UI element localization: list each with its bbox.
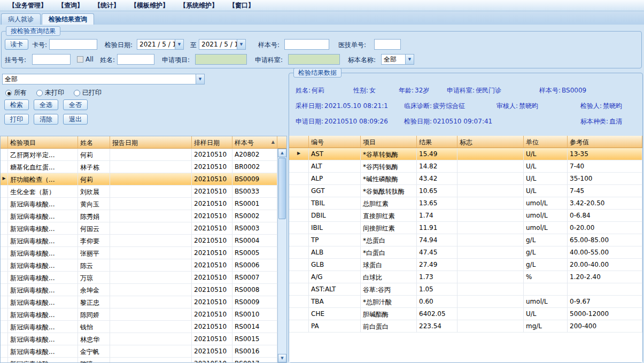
radio-option[interactable]: 已打印 (74, 88, 102, 97)
table-row[interactable]: 新冠病毒核酸...陈同娇20210510RS0010 (1, 308, 277, 321)
all-checkbox[interactable] (77, 56, 83, 63)
table-row[interactable]: 新冠病毒核酸...张丽平20210510RS0005 (1, 247, 277, 259)
menu-item[interactable]: 【业务管理】 (3, 0, 52, 11)
column-header[interactable]: 编号 (309, 136, 361, 148)
apply-item-input[interactable] (195, 54, 247, 65)
scrollbar-thumb[interactable] (278, 158, 286, 219)
table-row[interactable]: TBIL总胆红素13.65umol/L3.42-20.50 (289, 197, 642, 210)
specimen-name-combo[interactable]: 全部 ▼ (381, 54, 414, 65)
left-table-scrollbar[interactable]: ▲ ▼ (277, 149, 286, 362)
reg-no-input[interactable] (32, 54, 71, 65)
cell-item: 糖基化血红蛋... (8, 161, 78, 173)
table-row[interactable]: DBIL直接胆红素1.74umol/L0-6.84 (289, 210, 642, 222)
table-row[interactable]: TBA*总胆汁酸0.60umol/L0-9.67 (289, 296, 642, 308)
cell-report_date (110, 321, 192, 333)
radio-option[interactable]: 未打印 (36, 88, 64, 97)
medtech-no-input[interactable] (374, 39, 401, 50)
column-header[interactable]: 单位 (524, 136, 568, 148)
table-row[interactable]: 新冠病毒核酸...陈璋20210510RS0017 (1, 358, 277, 363)
table-row[interactable]: 新冠病毒核酸...何国云20210510RS0003 (1, 222, 277, 235)
sample-no-input[interactable] (284, 39, 329, 50)
table-row[interactable]: CHE胆碱酯酶6402.05U/L5000-12000 (289, 308, 642, 320)
row-indicator (1, 345, 8, 358)
table-row[interactable]: 糖基化血红蛋...林子栋20210510BR0002 (1, 161, 277, 173)
print-button[interactable]: 打印 (4, 114, 29, 125)
table-row[interactable]: 新冠病毒核酸...黎正忠20210510RS0009 (1, 296, 277, 308)
cell-code: ALP (309, 173, 361, 185)
column-header[interactable]: 样本号▲ (232, 136, 277, 149)
table-row[interactable]: 新冠病毒核酸...万琼20210510RS0007 (1, 272, 277, 284)
cell-flag (457, 296, 524, 308)
tab-item[interactable]: 病人就诊 (1, 13, 41, 25)
scroll-down-icon[interactable]: ▼ (278, 354, 286, 362)
chevron-down-icon[interactable]: ▼ (196, 74, 204, 84)
cell-range: 35-100 (568, 173, 642, 185)
table-row[interactable]: 新冠病毒核酸...黄向玉20210510RS0001 (1, 198, 277, 210)
menu-item[interactable]: 【查询】 (52, 0, 89, 11)
menu-item[interactable]: 【系统维护】 (174, 0, 223, 11)
table-row[interactable]: 新冠病毒核酸...余坤金20210510RS0008 (1, 284, 277, 296)
exit-button[interactable]: 退出 (63, 114, 88, 125)
chevron-down-icon[interactable]: ▼ (237, 40, 245, 49)
table-row[interactable]: 新冠病毒核酸...金宁帆20210510RS0016 (1, 345, 277, 358)
column-header[interactable]: 检验项目 (8, 136, 78, 149)
tab-item[interactable]: 检验结果查询 (42, 13, 94, 25)
table-row[interactable]: TP*总蛋白74.94g/L65.00-85.00 (289, 234, 642, 246)
search-button[interactable]: 检索 (4, 99, 29, 110)
table-row[interactable]: AST:ALT谷草:谷丙1.05 (289, 283, 642, 296)
menu-item[interactable]: 【统计】 (89, 0, 125, 11)
scroll-up-icon[interactable]: ▲ (278, 149, 286, 157)
table-row[interactable]: ▶AST*谷草转氨酶15.49U/L13-35 (289, 148, 642, 160)
cell-sample_date: 20210510 (192, 198, 232, 210)
table-row[interactable]: IBIL间接胆红素11.91umol/L0-20.00 (289, 222, 642, 234)
menu-item[interactable]: 【窗口】 (223, 0, 260, 11)
table-row[interactable]: GLB球蛋白27.49g/L20.00-40.00 (289, 259, 642, 271)
table-row[interactable]: ALB*白蛋白47.45g/L40.00-55.00 (289, 246, 642, 259)
table-row[interactable]: GGT*谷氨酰转肽酶10.65U/L7-45 (289, 185, 642, 197)
table-row[interactable]: ALT*谷丙转氨酶14.82U/L7-40 (289, 160, 642, 173)
row-indicator (1, 333, 8, 345)
patient-name-input[interactable] (117, 54, 154, 65)
column-header[interactable]: 结果 (417, 136, 457, 148)
test-date-from-combo[interactable]: 2021 / 5 / 10 ▼ (137, 39, 184, 50)
table-row[interactable]: 乙肝两对半定...何莉20210510A20802 (1, 149, 277, 161)
row-indicator (1, 161, 8, 173)
table-row[interactable]: ▶肝功能检查（...何莉20210510BS0009 (1, 173, 277, 186)
table-row[interactable]: PA前白蛋白223.54mg/L200-400 (289, 320, 642, 333)
radio-option[interactable]: 所有 (5, 88, 27, 97)
column-header[interactable]: 姓名 (78, 136, 110, 149)
chevron-down-icon[interactable]: ▼ (405, 55, 414, 64)
menu-item[interactable]: 【模板维护】 (125, 0, 174, 11)
table-row[interactable]: 新冠病毒核酸...李仰要20210510RS0004 (1, 235, 277, 247)
column-header[interactable]: 参考值 (568, 136, 642, 148)
cell-sample_no: RS0002 (232, 210, 277, 222)
filter-combo[interactable]: 全部 ▼ (2, 74, 205, 84)
cell-item: 新冠病毒核酸... (8, 272, 78, 284)
table-row[interactable]: 新冠病毒核酸...陈云20210510RS0006 (1, 259, 277, 272)
cell-flag (457, 197, 524, 210)
field-label: 检验人: (580, 102, 602, 110)
table-row[interactable]: 生化全套（新）刘欣晨20210510BS0033 (1, 186, 277, 198)
table-row[interactable]: 新冠病毒核酸...林忠华20210510RS0015 (1, 333, 277, 345)
table-row[interactable]: 新冠病毒核酸...陈秀娟20210510RS0002 (1, 210, 277, 222)
column-header[interactable]: 报告日期 (110, 136, 192, 149)
chevron-down-icon[interactable]: ▼ (175, 40, 183, 49)
card-no-input[interactable] (49, 39, 97, 50)
cell-report_date (110, 198, 192, 210)
table-row[interactable]: ALP*碱性磷酸酶43.42U/L35-100 (289, 173, 642, 185)
apply-dept-input[interactable] (288, 54, 340, 65)
test-date-to-combo[interactable]: 2021 / 5 / 17 ▼ (199, 39, 246, 50)
read-card-button[interactable]: 读卡 (5, 39, 28, 50)
select-all-button[interactable]: 全选 (34, 99, 58, 110)
column-header[interactable]: 项目 (361, 136, 417, 148)
column-header[interactable]: 标志 (457, 136, 524, 148)
table-row[interactable]: 新冠病毒核酸...钱怡20210510RS0014 (1, 321, 277, 333)
clear-button[interactable]: 清除 (34, 114, 58, 125)
column-header[interactable]: 排样日期 (192, 136, 232, 149)
table-row[interactable]: A/G白球比1.73%1.20-2.40 (289, 271, 642, 283)
cell-sample_no: RS0006 (232, 259, 277, 272)
patient-age-field: 年龄:32岁 (399, 86, 430, 95)
select-none-button[interactable]: 全否 (63, 99, 88, 110)
row-indicator: ▶ (1, 173, 8, 186)
row-indicator-header (1, 136, 8, 149)
